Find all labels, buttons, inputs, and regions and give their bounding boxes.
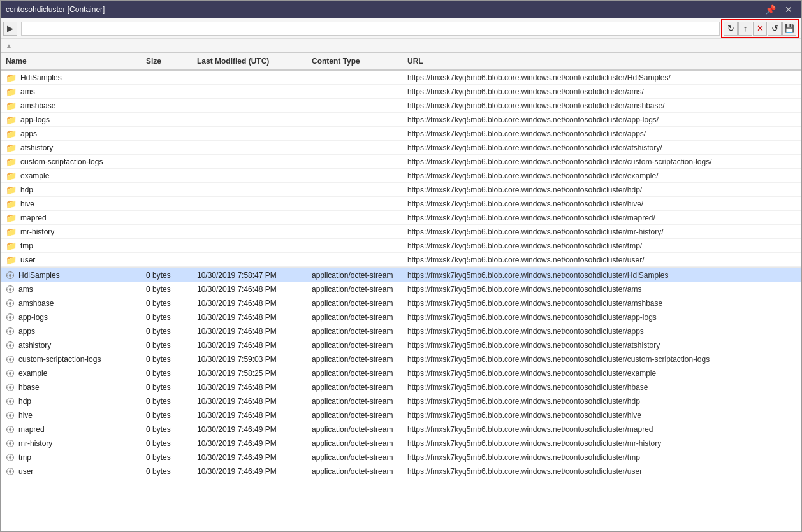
toolbar-action-group: ↻ ↑ ✕ ↺ 💾 — [721, 19, 799, 38]
file-name-cell: apps — [3, 327, 143, 336]
run-button[interactable]: ▶ — [3, 22, 17, 36]
col-size[interactable]: Size — [143, 57, 194, 66]
file-name-text: hive — [18, 411, 33, 420]
folder-name-text: apps — [20, 129, 37, 138]
file-row[interactable]: app-logs0 bytes10/30/2019 7:46:48 PMappl… — [1, 310, 801, 324]
pin-button[interactable]: 📌 — [761, 3, 780, 16]
title-bar-controls: 📌 ✕ — [761, 3, 796, 16]
file-size-cell: 0 bytes — [143, 271, 194, 280]
svg-point-37 — [9, 358, 11, 361]
folder-row[interactable]: 📁userhttps://fmxsk7kyq5mb6.blob.core.win… — [1, 253, 801, 267]
folder-row[interactable]: 📁amshttps://fmxsk7kyq5mb6.blob.core.wind… — [1, 85, 801, 99]
file-row[interactable]: hdp0 bytes10/30/2019 7:46:48 PMapplicati… — [1, 394, 801, 408]
close-button[interactable]: ✕ — [781, 3, 796, 16]
file-icon — [6, 439, 15, 448]
file-row[interactable]: HdiSamples0 bytes10/30/2019 7:58:47 PMap… — [1, 268, 801, 282]
folder-row[interactable]: 📁custom-scriptaction-logshttps://fmxsk7k… — [1, 155, 801, 169]
folder-row[interactable]: 📁appshttps://fmxsk7kyq5mb6.blob.core.win… — [1, 127, 801, 141]
file-name-text: ams — [18, 285, 33, 294]
svg-point-85 — [9, 470, 11, 473]
file-content-type-cell: application/octet-stream — [309, 369, 405, 378]
folder-name-text: amshbase — [20, 101, 55, 110]
file-size-cell: 0 bytes — [143, 355, 194, 364]
file-name-text: hbase — [18, 383, 40, 392]
file-name-cell: ams — [3, 285, 143, 294]
file-content-type-cell: application/octet-stream — [309, 355, 405, 364]
file-modified-cell: 10/30/2019 7:46:48 PM — [194, 299, 309, 308]
file-url-cell: https://fmxsk7kyq5mb6.blob.core.windows.… — [405, 341, 799, 350]
file-url-cell: https://fmxsk7kyq5mb6.blob.core.windows.… — [405, 397, 799, 406]
folder-name-cell: 📁example — [3, 171, 143, 181]
file-row[interactable]: ams0 bytes10/30/2019 7:46:48 PMapplicati… — [1, 282, 801, 296]
file-icon — [6, 355, 15, 364]
folder-row[interactable]: 📁tmphttps://fmxsk7kyq5mb6.blob.core.wind… — [1, 239, 801, 253]
file-row[interactable]: amshbase0 bytes10/30/2019 7:46:48 PMappl… — [1, 296, 801, 310]
file-icon — [6, 383, 15, 392]
file-size-cell: 0 bytes — [143, 313, 194, 322]
column-headers: Name Size Last Modified (UTC) Content Ty… — [1, 53, 801, 71]
file-modified-cell: 10/30/2019 7:46:49 PM — [194, 453, 309, 462]
file-row[interactable]: mapred0 bytes10/30/2019 7:46:49 PMapplic… — [1, 422, 801, 436]
folder-name-text: mr-history — [20, 227, 54, 236]
save-button[interactable]: 💾 — [782, 22, 796, 36]
file-name-cell: user — [3, 467, 143, 476]
file-row[interactable]: hive0 bytes10/30/2019 7:46:48 PMapplicat… — [1, 408, 801, 422]
col-name[interactable]: Name — [3, 57, 143, 66]
file-row[interactable]: tmp0 bytes10/30/2019 7:46:49 PMapplicati… — [1, 450, 801, 464]
col-url[interactable]: URL — [405, 57, 799, 66]
file-icon — [6, 411, 15, 420]
folder-icon: 📁 — [6, 241, 17, 251]
file-row[interactable]: user0 bytes10/30/2019 7:46:49 PMapplicat… — [1, 464, 801, 478]
file-row[interactable]: apps0 bytes10/30/2019 7:46:48 PMapplicat… — [1, 324, 801, 338]
folder-row[interactable]: 📁amshbasehttps://fmxsk7kyq5mb6.blob.core… — [1, 99, 801, 113]
file-modified-cell: 10/30/2019 7:46:49 PM — [194, 439, 309, 448]
cancel-button[interactable]: ✕ — [753, 22, 767, 36]
file-name-cell: app-logs — [3, 313, 143, 322]
folder-row[interactable]: 📁app-logshttps://fmxsk7kyq5mb6.blob.core… — [1, 113, 801, 127]
file-row[interactable]: hbase0 bytes10/30/2019 7:46:48 PMapplica… — [1, 380, 801, 394]
file-name-cell: HdiSamples — [3, 271, 143, 280]
svg-point-49 — [9, 386, 11, 389]
folder-url-cell: https://fmxsk7kyq5mb6.blob.core.windows.… — [405, 185, 799, 194]
file-name-text: hdp — [18, 397, 31, 406]
folder-name-cell: 📁custom-scriptaction-logs — [3, 157, 143, 167]
file-row[interactable]: atshistory0 bytes10/30/2019 7:46:48 PMap… — [1, 338, 801, 352]
folder-name-text: HdiSamples — [20, 73, 62, 82]
file-url-cell: https://fmxsk7kyq5mb6.blob.core.windows.… — [405, 271, 799, 280]
folder-row[interactable]: 📁HdiSampleshttps://fmxsk7kyq5mb6.blob.co… — [1, 71, 801, 85]
col-content-type[interactable]: Content Type — [309, 57, 405, 66]
svg-point-19 — [9, 316, 11, 319]
file-icon — [6, 299, 15, 308]
folder-url-cell: https://fmxsk7kyq5mb6.blob.core.windows.… — [405, 87, 799, 96]
path-input[interactable] — [21, 22, 720, 36]
reload-button[interactable]: ↺ — [768, 22, 782, 36]
file-content-type-cell: application/octet-stream — [309, 453, 405, 462]
file-icon — [6, 467, 15, 476]
file-modified-cell: 10/30/2019 7:46:48 PM — [194, 327, 309, 336]
folder-name-cell: 📁hdp — [3, 185, 143, 195]
folder-icon: 📁 — [6, 73, 17, 83]
file-row[interactable]: example0 bytes10/30/2019 7:58:25 PMappli… — [1, 366, 801, 380]
file-name-text: app-logs — [18, 313, 48, 322]
file-row[interactable]: mr-history0 bytes10/30/2019 7:46:49 PMap… — [1, 436, 801, 450]
file-row[interactable]: custom-scriptaction-logs0 bytes10/30/201… — [1, 352, 801, 366]
file-name-cell: mr-history — [3, 439, 143, 448]
upload-button[interactable]: ↑ — [738, 22, 752, 36]
file-content-type-cell: application/octet-stream — [309, 467, 405, 476]
file-size-cell: 0 bytes — [143, 285, 194, 294]
folder-row[interactable]: 📁mr-historyhttps://fmxsk7kyq5mb6.blob.co… — [1, 225, 801, 239]
folder-row[interactable]: 📁atshistoryhttps://fmxsk7kyq5mb6.blob.co… — [1, 141, 801, 155]
file-modified-cell: 10/30/2019 7:46:49 PM — [194, 425, 309, 434]
refresh-button[interactable]: ↻ — [724, 22, 738, 36]
folder-name-cell: 📁ams — [3, 87, 143, 97]
file-size-cell: 0 bytes — [143, 425, 194, 434]
col-last-modified[interactable]: Last Modified (UTC) — [194, 57, 309, 66]
folder-row[interactable]: 📁examplehttps://fmxsk7kyq5mb6.blob.core.… — [1, 169, 801, 183]
folder-icon: 📁 — [6, 185, 17, 195]
file-name-cell: tmp — [3, 453, 143, 462]
file-url-cell: https://fmxsk7kyq5mb6.blob.core.windows.… — [405, 383, 799, 392]
folder-row[interactable]: 📁mapredhttps://fmxsk7kyq5mb6.blob.core.w… — [1, 211, 801, 225]
folder-row[interactable]: 📁hivehttps://fmxsk7kyq5mb6.blob.core.win… — [1, 197, 801, 211]
file-name-cell: hdp — [3, 397, 143, 406]
folder-row[interactable]: 📁hdphttps://fmxsk7kyq5mb6.blob.core.wind… — [1, 183, 801, 197]
